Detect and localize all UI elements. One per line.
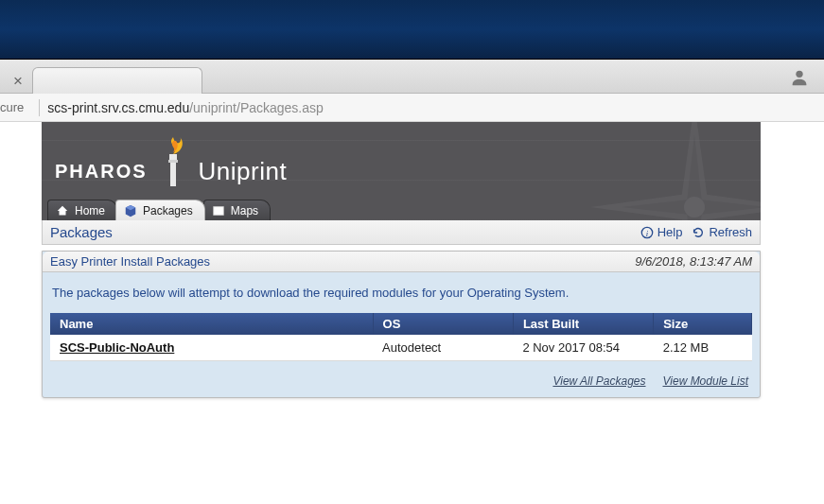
refresh-label: Refresh [709, 225, 752, 239]
secure-label: cure [0, 100, 31, 114]
svg-rect-5 [170, 160, 176, 186]
col-last-built: Last Built [513, 313, 653, 335]
address-separator [39, 99, 40, 116]
page-title: Packages [50, 224, 113, 240]
banner: PHAROS Uniprint Home Pac [42, 122, 761, 220]
torch-icon [157, 135, 189, 192]
browser-tabstrip: × [0, 60, 824, 94]
col-os: OS [373, 313, 513, 335]
cell-last-built: 2 Nov 2017 08:54 [513, 335, 653, 361]
table-row: SCS-Public-NoAuth Autodetect 2 Nov 2017 … [50, 335, 752, 361]
map-icon [212, 204, 225, 217]
user-profile-icon[interactable] [789, 67, 810, 88]
url-host: scs-print.srv.cs.cmu.edu [47, 100, 189, 115]
nav-tab-maps[interactable]: Maps [203, 200, 271, 220]
packages-panel: Easy Printer Install Packages 9/6/2018, … [42, 251, 761, 398]
nav-tab-label: Packages [143, 204, 193, 217]
page-header-bar: Packages i Help Refresh [42, 220, 761, 245]
brand-pharos-text: PHAROS [55, 161, 148, 182]
cell-os: Autodetect [373, 335, 513, 361]
home-icon [56, 204, 69, 217]
browser-address-bar[interactable]: cure scs-print.srv.cs.cmu.edu/uniprint/P… [0, 94, 824, 122]
svg-rect-7 [213, 206, 223, 215]
panel-timestamp: 9/6/2018, 8:13:47 AM [635, 254, 752, 269]
cell-name: SCS-Public-NoAuth [50, 335, 373, 361]
cell-size: 2.12 MB [654, 335, 752, 361]
svg-rect-6 [168, 160, 178, 163]
os-titlebar [0, 0, 824, 60]
refresh-icon [692, 226, 705, 239]
col-name: Name [50, 313, 373, 335]
url-path: /uniprint/Packages.asp [189, 100, 324, 115]
view-module-list-link[interactable]: View Module List [663, 374, 749, 388]
package-icon [124, 204, 137, 217]
close-tab-button[interactable]: × [13, 73, 23, 89]
view-all-packages-link[interactable]: View All Packages [552, 374, 645, 388]
col-size: Size [654, 313, 752, 335]
panel-footer: View All Packages View Module List [43, 367, 760, 397]
page-container: PHAROS Uniprint Home Pac [42, 122, 761, 398]
panel-titlebar: Easy Printer Install Packages 9/6/2018, … [43, 252, 760, 272]
svg-point-3 [684, 197, 705, 217]
compass-decoration [590, 122, 761, 220]
svg-point-0 [796, 71, 802, 78]
panel-message: The packages below will attempt to downl… [43, 272, 760, 313]
nav-tab-packages[interactable]: Packages [115, 200, 205, 220]
nav-tab-label: Home [75, 204, 105, 217]
nav-tab-label: Maps [231, 204, 258, 217]
nav-tabs: Home Packages Maps [47, 200, 269, 220]
browser-tab[interactable] [32, 67, 202, 94]
refresh-link[interactable]: Refresh [692, 225, 752, 239]
svg-rect-4 [169, 154, 177, 160]
table-header-row: Name OS Last Built Size [50, 313, 752, 335]
brand-uniprint-text: Uniprint [199, 157, 288, 186]
packages-table: Name OS Last Built Size SCS-Public-NoAut… [50, 313, 752, 361]
help-link[interactable]: i Help [640, 225, 683, 239]
svg-text:i: i [646, 228, 649, 237]
panel-title: Easy Printer Install Packages [50, 254, 210, 269]
nav-tab-home[interactable]: Home [47, 200, 117, 220]
brand: PHAROS Uniprint [55, 150, 287, 192]
help-label: Help [657, 225, 683, 239]
package-link[interactable]: SCS-Public-NoAuth [60, 340, 174, 355]
help-icon: i [640, 226, 654, 239]
